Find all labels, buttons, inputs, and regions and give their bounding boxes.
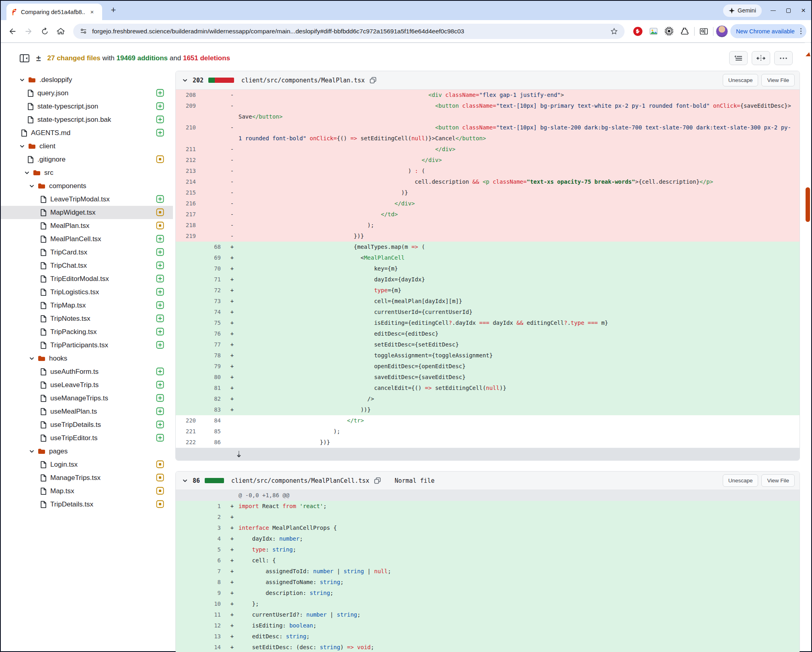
new-line-number[interactable] (201, 122, 226, 144)
old-line-number[interactable] (176, 263, 201, 274)
tree-item-hooks[interactable]: hooks (1, 352, 173, 365)
old-line-number[interactable] (176, 252, 201, 263)
diff-options-ellipsis-button[interactable] (774, 51, 793, 65)
tree-item-useleavetrip-ts[interactable]: useLeaveTrip.ts (1, 378, 173, 392)
tree-item-agents-md[interactable]: AGENTS.md (1, 126, 173, 139)
tree-item-usemealplan-ts[interactable]: useMealPlan.ts (1, 405, 173, 418)
new-line-number[interactable]: 1 (201, 501, 226, 512)
new-line-number[interactable]: 76 (201, 328, 226, 339)
chevron-down-icon[interactable] (29, 183, 35, 189)
back-button[interactable] (6, 25, 19, 38)
address-bar[interactable]: forgejo.freshbrewed.science/builderadmin… (73, 24, 625, 39)
new-line-number[interactable]: 69 (201, 252, 226, 263)
chevron-down-icon[interactable] (29, 449, 35, 454)
old-line-number[interactable] (176, 318, 201, 328)
new-line-number[interactable]: 71 (201, 274, 226, 285)
whitespace-options-button[interactable] (729, 51, 748, 65)
new-line-number[interactable]: 77 (201, 339, 226, 350)
new-line-number[interactable]: 78 (201, 350, 226, 361)
new-chrome-available-button[interactable]: New Chrome available (730, 24, 806, 38)
old-line-number[interactable]: 209 (176, 100, 201, 122)
new-line-number[interactable]: 8 (201, 577, 226, 588)
tree-item-components[interactable]: components (1, 179, 173, 193)
old-line-number[interactable]: 210 (176, 122, 201, 144)
tree-item-useauthform-ts[interactable]: useAuthForm.ts (1, 365, 173, 378)
tree-item-leavetripmodal-tsx[interactable]: LeaveTripModal.tsx (1, 193, 173, 206)
window-close-button[interactable]: × (801, 8, 806, 12)
old-line-number[interactable] (176, 533, 201, 544)
new-line-number[interactable] (201, 155, 226, 166)
collapse-file-chevron-icon[interactable] (182, 478, 188, 484)
new-line-number[interactable]: 86 (201, 437, 226, 448)
new-line-number[interactable] (201, 90, 226, 100)
old-line-number[interactable] (176, 544, 201, 555)
split-view-button[interactable] (752, 51, 770, 65)
old-line-number[interactable] (176, 372, 201, 383)
chevron-down-icon[interactable] (29, 356, 35, 361)
browser-tab[interactable]: Comparing de51a4afb8...bfd4a6 × (6, 4, 102, 20)
old-line-number[interactable] (176, 350, 201, 361)
new-tab-button[interactable]: + (108, 5, 119, 16)
new-line-number[interactable] (201, 144, 226, 155)
new-line-number[interactable]: 9 (201, 588, 226, 599)
tree-item-trippacking-tsx[interactable]: TripPacking.tsx (1, 325, 173, 338)
tree-item-state-typescript-json-bak[interactable]: state-typescript.json.bak (1, 113, 173, 126)
collapse-file-chevron-icon[interactable] (182, 78, 188, 83)
new-line-number[interactable]: 2 (201, 512, 226, 523)
new-line-number[interactable] (201, 187, 226, 198)
old-line-number[interactable]: 220 (176, 415, 201, 426)
old-line-number[interactable]: 216 (176, 198, 201, 209)
old-line-number[interactable] (176, 404, 201, 415)
tree-item-query-json[interactable]: query.json (1, 86, 173, 100)
old-line-number[interactable]: 221 (176, 426, 201, 437)
tab-close-icon[interactable]: × (88, 8, 96, 16)
tree-item-tripchat-tsx[interactable]: TripChat.tsx (1, 259, 173, 272)
new-line-number[interactable]: 7 (201, 566, 226, 577)
new-line-number[interactable] (201, 176, 226, 187)
tree-item-tripmap-tsx[interactable]: TripMap.tsx (1, 299, 173, 312)
new-line-number[interactable] (201, 100, 226, 122)
diff-filename[interactable]: client/src/components/MealPlan.tsx (241, 77, 365, 84)
bookmark-star-icon[interactable] (610, 27, 618, 35)
page-scrollbar[interactable] (805, 43, 810, 650)
new-line-number[interactable]: 72 (201, 285, 226, 296)
tree-item-state-typescript-json[interactable]: state-typescript.json (1, 100, 173, 113)
tree-item-mapwidget-tsx[interactable]: MapWidget.tsx (1, 206, 173, 219)
expand-lines-row[interactable] (176, 448, 800, 460)
new-line-number[interactable]: 6 (201, 555, 226, 566)
new-line-number[interactable]: 73 (201, 296, 226, 307)
new-line-number[interactable]: 75 (201, 318, 226, 328)
new-line-number[interactable]: 70 (201, 263, 226, 274)
tree-item-triplogistics-tsx[interactable]: TripLogistics.tsx (1, 285, 173, 299)
old-line-number[interactable] (176, 274, 201, 285)
old-line-number[interactable] (176, 296, 201, 307)
old-line-number[interactable]: 213 (176, 166, 201, 176)
new-line-number[interactable]: 10 (201, 599, 226, 609)
old-line-number[interactable]: 212 (176, 155, 201, 166)
new-line-number[interactable]: 4 (201, 533, 226, 544)
chevron-down-icon[interactable] (19, 144, 25, 149)
old-line-number[interactable] (176, 361, 201, 372)
tree-item-client[interactable]: client (1, 139, 173, 153)
new-line-number[interactable] (201, 231, 226, 242)
old-line-number[interactable]: 217 (176, 209, 201, 220)
site-controls-icon[interactable] (80, 27, 87, 35)
old-line-number[interactable] (176, 631, 201, 642)
tree-item-tripnotes-tsx[interactable]: TripNotes.tsx (1, 312, 173, 325)
hide-file-tree-icon[interactable] (19, 53, 30, 63)
side-panel-search-icon[interactable] (697, 25, 711, 38)
extension-puzzle-icon[interactable] (680, 27, 689, 36)
chevron-down-icon[interactable] (24, 170, 30, 176)
new-line-number[interactable]: 83 (201, 404, 226, 415)
changed-files-link[interactable]: 27 changed files (47, 54, 101, 62)
old-line-number[interactable] (176, 588, 201, 599)
new-line-number[interactable]: 11 (201, 609, 226, 620)
copy-path-icon[interactable] (374, 477, 381, 484)
scrollbar-thumb[interactable] (806, 187, 810, 222)
unescape-button[interactable]: Unescape (723, 74, 759, 86)
chevron-down-icon[interactable] (19, 77, 25, 83)
old-line-number[interactable]: 222 (176, 437, 201, 448)
url-text[interactable]: forgejo.freshbrewed.science/builderadmin… (92, 28, 605, 35)
old-line-number[interactable] (176, 242, 201, 252)
old-line-number[interactable] (176, 383, 201, 394)
